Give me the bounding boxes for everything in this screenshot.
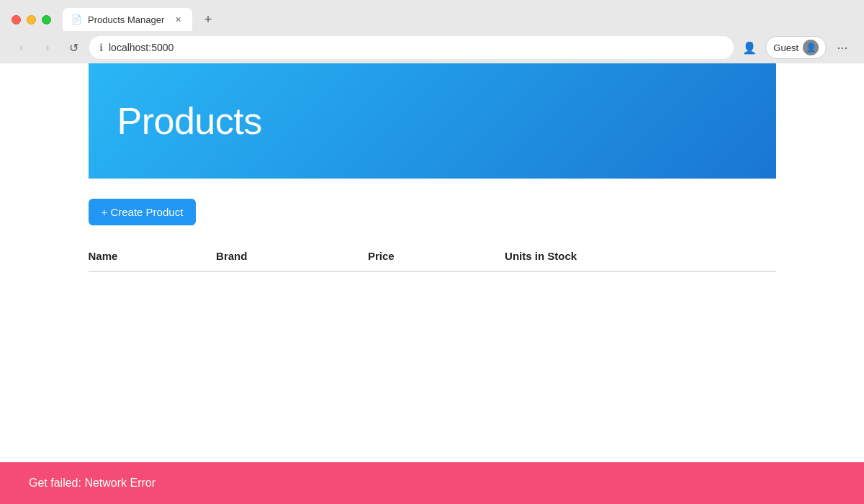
column-header-units: Units in Stock [496, 243, 775, 271]
guest-button[interactable]: Guest 👤 [765, 36, 827, 59]
browser-content: Products + Create Product Name Brand Pri… [0, 63, 864, 504]
page-title: Products [117, 99, 262, 143]
minimize-window-button[interactable] [27, 15, 36, 24]
traffic-lights [12, 15, 51, 24]
column-header-price: Price [359, 243, 496, 271]
guest-avatar: 👤 [803, 40, 819, 55]
table-header: Name Brand Price Units in Stock [89, 243, 776, 271]
column-header-brand: Brand [207, 243, 359, 271]
create-product-button[interactable]: + Create Product [89, 199, 197, 225]
main-content: + Create Product Name Brand Price Units … [89, 179, 776, 272]
browser-menu-button[interactable]: ··· [832, 37, 852, 58]
profile-icon[interactable]: 👤 [739, 37, 760, 58]
table-header-row: Name Brand Price Units in Stock [89, 243, 776, 271]
info-icon: ℹ [99, 42, 103, 53]
guest-label: Guest [773, 42, 798, 53]
tab-title: Products Manager [88, 14, 166, 25]
content-wrapper: + Create Product Name Brand Price Units … [0, 179, 864, 467]
hero-banner: Products [89, 63, 776, 179]
browser-title-bar: 📄 Products Manager ✕ + [0, 0, 864, 32]
address-text: localhost:5000 [109, 42, 174, 53]
column-header-name: Name [89, 243, 208, 271]
error-banner: Get failed: Network Error [0, 462, 864, 504]
tab-close-button[interactable]: ✕ [172, 14, 184, 25]
reload-button[interactable]: ↺ [63, 37, 84, 58]
close-window-button[interactable] [12, 15, 21, 24]
tab-page-icon: 📄 [71, 14, 82, 24]
forward-button[interactable]: › [37, 37, 58, 58]
new-tab-button[interactable]: + [198, 9, 218, 30]
browser-tab[interactable]: 📄 Products Manager ✕ [63, 8, 192, 31]
browser-toolbar: ‹ › ↺ ℹ localhost:5000 👤 Guest 👤 ··· [0, 32, 864, 63]
browser-actions: 👤 Guest 👤 ··· [739, 36, 852, 59]
error-message: Get failed: Network Error [29, 477, 156, 489]
browser-chrome: 📄 Products Manager ✕ + ‹ › ↺ ℹ localhost… [0, 0, 864, 63]
maximize-window-button[interactable] [42, 15, 51, 24]
back-button[interactable]: ‹ [12, 37, 32, 58]
address-bar[interactable]: ℹ localhost:5000 [89, 36, 734, 59]
products-table: Name Brand Price Units in Stock [89, 243, 776, 272]
